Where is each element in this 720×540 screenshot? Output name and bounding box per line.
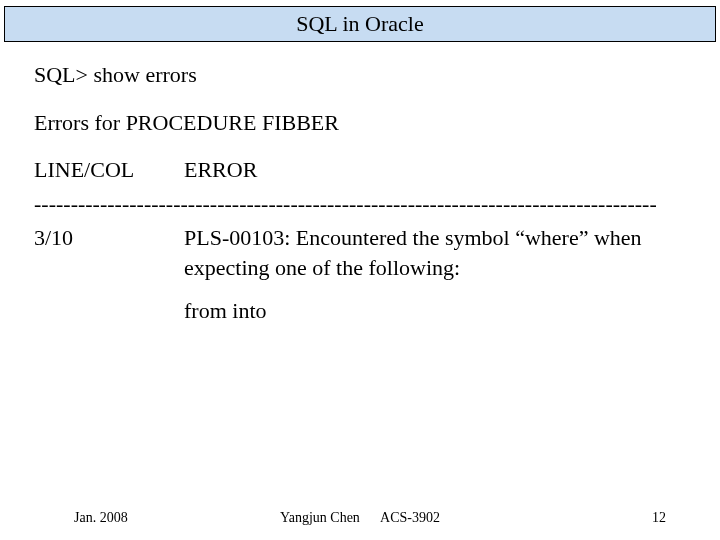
error-row: 3/10 PLS-00103: Encountered the symbol “…	[34, 223, 686, 282]
column-header-right: ERROR	[184, 155, 686, 185]
footer-page: 12	[652, 510, 666, 526]
error-message: PLS-00103: Encountered the symbol “where…	[184, 223, 686, 282]
error-continuation-row: from into	[34, 296, 686, 326]
slide-title-bar: SQL in Oracle	[4, 6, 716, 42]
column-header-row: LINE/COL ERROR	[34, 155, 686, 185]
error-continuation: from into	[184, 296, 686, 326]
slide-footer: Jan. 2008 Yangjun Chen ACS-3902 12	[0, 510, 720, 526]
slide-title: SQL in Oracle	[296, 11, 423, 36]
separator-line: ----------------------------------------…	[34, 191, 686, 217]
footer-course: ACS-3902	[380, 510, 440, 525]
error-line-col: 3/10	[34, 223, 184, 282]
footer-date: Jan. 2008	[74, 510, 128, 526]
error-continuation-spacer	[34, 296, 184, 326]
column-header-left: LINE/COL	[34, 155, 184, 185]
errors-for-line: Errors for PROCEDURE FIBBER	[34, 108, 686, 138]
slide-content: SQL> show errors Errors for PROCEDURE FI…	[0, 42, 720, 326]
sql-prompt-line: SQL> show errors	[34, 60, 686, 90]
footer-author: Yangjun Chen	[280, 510, 360, 525]
